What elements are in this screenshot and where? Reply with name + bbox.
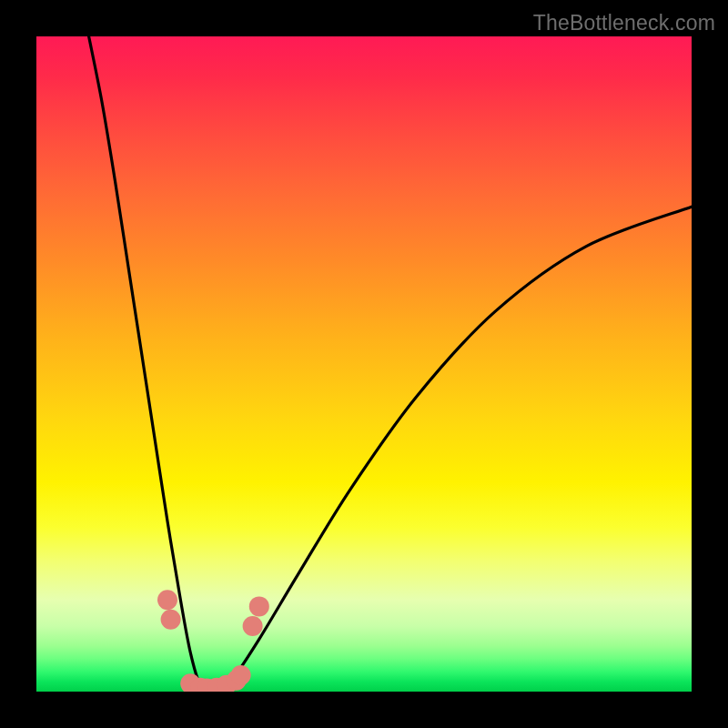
bottleneck-curve bbox=[89, 36, 692, 692]
chart-frame: TheBottleneck.com bbox=[0, 0, 728, 728]
marker-dot bbox=[231, 665, 251, 685]
watermark-text: TheBottleneck.com bbox=[533, 11, 715, 35]
curve-markers bbox=[157, 590, 269, 692]
marker-dot bbox=[243, 616, 263, 636]
marker-dot bbox=[161, 610, 181, 630]
curve-layer bbox=[36, 36, 692, 692]
plot-area bbox=[36, 36, 692, 692]
marker-dot bbox=[157, 590, 177, 610]
marker-dot bbox=[249, 596, 269, 616]
